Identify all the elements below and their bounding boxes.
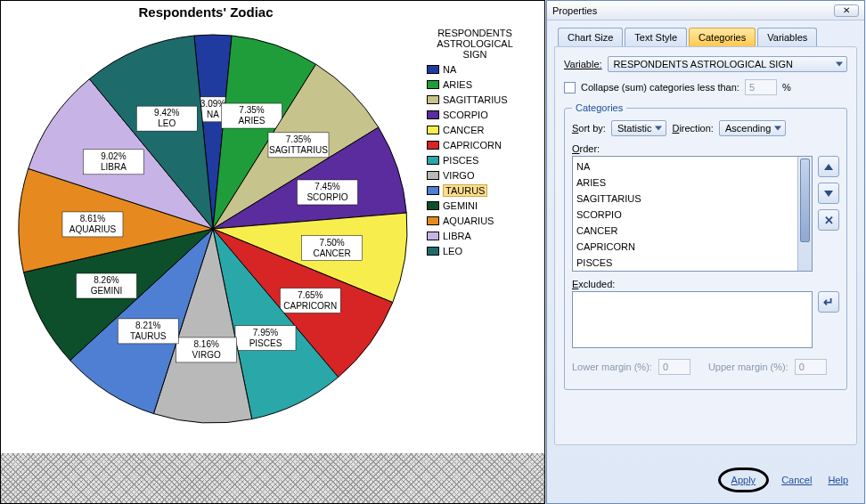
legend-label: ARIES <box>443 79 472 90</box>
close-icon: ✕ <box>843 5 850 15</box>
restore-button[interactable]: ↵ <box>818 291 839 313</box>
slice-label-gemini: 8.26%GEMINI <box>76 273 136 298</box>
legend-item-leo[interactable]: LEO <box>427 243 532 258</box>
slice-label-capricorn: 7.65%CAPRICORN <box>280 289 340 313</box>
svg-text:LIBRA: LIBRA <box>101 162 127 172</box>
svg-text:AQUARIUS: AQUARIUS <box>69 224 117 234</box>
remove-button[interactable]: ✕ <box>818 209 839 231</box>
svg-text:PISCES: PISCES <box>249 338 282 348</box>
svg-text:7.65%: 7.65% <box>298 290 323 300</box>
svg-text:VIRGO: VIRGO <box>192 350 221 360</box>
collapse-suffix: % <box>782 82 791 93</box>
legend-label: AQUARIUS <box>443 215 494 226</box>
legend-swatch <box>427 110 439 119</box>
chevron-up-icon <box>824 164 833 170</box>
svg-text:TAURUS: TAURUS <box>130 331 167 341</box>
order-item[interactable]: CANCER <box>576 223 808 239</box>
slice-label-cancer: 7.50%CANCER <box>302 236 363 261</box>
svg-text:9.42%: 9.42% <box>154 108 179 118</box>
order-item[interactable]: SAGITTARIUS <box>576 191 808 207</box>
variable-dropdown[interactable]: RESPONDENTS ASTROLOGICAL SIGN <box>608 56 847 72</box>
order-item[interactable]: SCORPIO <box>576 207 808 223</box>
legend-label: NA <box>443 64 456 75</box>
direction-dropdown[interactable]: Ascending <box>719 120 786 136</box>
legend-label: LIBRA <box>443 231 471 241</box>
order-item[interactable]: NA <box>576 159 808 175</box>
categories-tab-body: Variable: RESPONDENTS ASTROLOGICAL SIGN … <box>554 46 857 445</box>
order-listbox[interactable]: NAARIESSAGITTARIUSSCORPIOCANCERCAPRICORN… <box>572 156 813 272</box>
legend-title: RESPONDENTSASTROLOGICALSIGN <box>418 28 532 60</box>
legend-item-cancer[interactable]: CANCER <box>427 122 532 137</box>
legend-item-virgo[interactable]: VIRGO <box>427 167 532 183</box>
order-item[interactable]: PISCES <box>576 255 808 271</box>
svg-text:ARIES: ARIES <box>239 116 266 126</box>
svg-text:8.16%: 8.16% <box>193 339 218 349</box>
legend-label: SCORPIO <box>443 110 488 120</box>
variable-label: Variable: <box>564 59 602 69</box>
tab-chart-size[interactable]: Chart Size <box>558 28 623 46</box>
tab-categories[interactable]: Categories <box>689 28 756 46</box>
apply-button[interactable]: Apply <box>728 473 760 487</box>
order-item[interactable]: CAPRICORN <box>576 239 808 255</box>
slice-label-scorpio: 7.45%SCORPIO <box>297 180 357 205</box>
scrollbar[interactable] <box>797 157 812 271</box>
legend-item-aries[interactable]: ARIES <box>427 77 532 92</box>
legend-swatch <box>427 126 439 134</box>
legend-swatch <box>427 171 439 180</box>
scrollbar-thumb[interactable] <box>800 159 810 242</box>
chart-title: Respondents' Zodiac <box>1 4 411 20</box>
svg-text:7.35%: 7.35% <box>239 105 264 115</box>
upper-margin-label: Upper margin (%): <box>708 362 788 372</box>
legend-item-aquarius[interactable]: AQUARIUS <box>427 213 532 228</box>
close-button[interactable]: ✕ <box>834 4 859 17</box>
slice-label-aquarius: 8.61%AQUARIUS <box>62 212 123 237</box>
svg-text:7.45%: 7.45% <box>315 182 339 191</box>
slice-label-aries: 7.35%ARIES <box>222 103 282 128</box>
help-button[interactable]: Help <box>824 473 852 487</box>
move-up-button[interactable] <box>818 156 839 177</box>
chart-canvas: Respondents' Zodiac 3.09%NA 7.35%ARIES 7… <box>0 0 545 504</box>
legend-label: CANCER <box>443 125 484 135</box>
move-down-button[interactable] <box>818 183 839 204</box>
legend-swatch <box>427 186 439 195</box>
tab-variables[interactable]: Variables <box>757 28 817 46</box>
legend-label: VIRGO <box>443 170 474 181</box>
excluded-listbox[interactable] <box>572 291 813 348</box>
pie-chart: 3.09%NA 7.35%ARIES 7.35%SAGITTARIUS 7.45… <box>8 24 418 434</box>
canvas-footer-hatch <box>1 453 544 503</box>
tab-text-style[interactable]: Text Style <box>625 28 687 46</box>
legend-item-taurus[interactable]: TAURUS <box>427 183 532 198</box>
svg-text:7.50%: 7.50% <box>319 238 344 248</box>
legend-item-na[interactable]: NA <box>427 61 532 77</box>
svg-text:CANCER: CANCER <box>313 248 350 258</box>
direction-label: Direction: <box>672 123 713 134</box>
slice-label-sagittarius: 7.35%SAGITTARIUS <box>268 133 329 158</box>
svg-text:7.35%: 7.35% <box>286 134 311 144</box>
slice-label-pisces: 7.95%PISCES <box>235 326 296 351</box>
legend-item-pisces[interactable]: PISCES <box>427 152 532 167</box>
legend-swatch <box>427 65 439 74</box>
legend-item-libra[interactable]: LIBRA <box>427 228 532 243</box>
legend-swatch <box>427 141 439 150</box>
collapse-checkbox[interactable] <box>564 82 576 93</box>
sort-by-dropdown[interactable]: Statistic <box>611 120 667 136</box>
legend-swatch <box>427 95 439 104</box>
legend-swatch <box>427 80 439 89</box>
slice-label-leo: 9.42%LEO <box>136 106 197 131</box>
legend-item-scorpio[interactable]: SCORPIO <box>427 107 532 122</box>
properties-panel: Properties ✕ Chart Size Text Style Categ… <box>546 0 865 504</box>
cancel-button[interactable]: Cancel <box>778 473 815 487</box>
legend-item-gemini[interactable]: GEMINI <box>427 198 532 213</box>
legend-label: TAURUS <box>443 184 487 197</box>
svg-text:9.02%: 9.02% <box>101 151 126 161</box>
order-item[interactable]: ARIES <box>576 175 808 191</box>
lower-margin-label: Lower margin (%): <box>572 362 652 372</box>
chevron-down-icon <box>824 191 833 197</box>
legend-item-capricorn[interactable]: CAPRICORN <box>427 137 532 152</box>
svg-text:7.95%: 7.95% <box>253 328 278 337</box>
legend-label: SAGITTARIUS <box>443 94 508 105</box>
legend-swatch <box>427 216 439 225</box>
return-icon: ↵ <box>823 295 834 309</box>
categories-legend: Categories <box>572 102 626 113</box>
legend-item-sagittarius[interactable]: SAGITTARIUS <box>427 92 532 107</box>
